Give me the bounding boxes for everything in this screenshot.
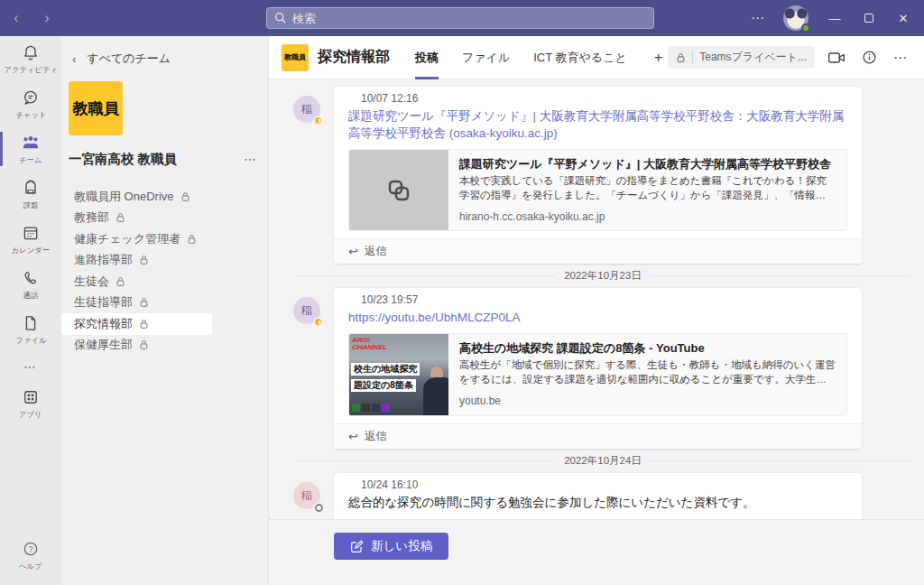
rail-item-calls[interactable]: 通話 xyxy=(0,262,61,307)
lock-icon xyxy=(139,255,149,265)
teams-sidebar: ‹ すべてのチーム 教職員 一宮南高校 教職員 ⋯ 教職員用 OneDrive … xyxy=(61,36,269,585)
message-timestamp: 10/07 12:16 xyxy=(348,92,847,106)
channel-team-badge: 教職員 xyxy=(282,44,309,71)
app-rail: アクティビティ チャット チーム xyxy=(0,36,61,585)
back-to-all-teams[interactable]: ‹ すべてのチーム xyxy=(72,51,171,67)
lock-icon xyxy=(116,212,125,223)
add-tab-icon[interactable]: + xyxy=(654,49,663,67)
lock-icon xyxy=(180,191,190,202)
channel-item[interactable]: 生徒会 xyxy=(61,271,268,292)
channel-item-selected[interactable]: 探究情報部 xyxy=(61,313,212,335)
social-icons xyxy=(352,404,390,412)
rail-selected-indicator xyxy=(0,132,3,166)
search-bar[interactable] xyxy=(266,7,654,29)
info-icon[interactable] xyxy=(858,48,881,67)
post-item: 稲 10/23 19:57 https://youtu.be/UbhMLCZP0… xyxy=(334,288,862,449)
team-options-icon[interactable]: ⋯ xyxy=(238,150,263,168)
tab-posts[interactable]: 投稿 xyxy=(415,36,439,79)
link-preview-card[interactable]: ARO! CHANNEL 校生の地域探究 題設定の8箇条 xyxy=(348,333,847,416)
divider xyxy=(692,51,693,63)
lock-icon xyxy=(139,319,149,330)
privacy-label: Teamsプライベート... xyxy=(699,50,807,65)
lock-icon xyxy=(676,52,686,63)
lock-icon xyxy=(139,297,149,308)
tab-files[interactable]: ファイル xyxy=(462,36,510,79)
date-divider: 2022年10月23日 xyxy=(296,269,910,283)
team-logo[interactable]: 教職員 xyxy=(69,81,123,135)
meet-camera-icon[interactable] xyxy=(824,49,849,67)
title-bar: ‹ › ⋯ — ✕ xyxy=(0,0,924,36)
preview-url: youtu.be xyxy=(459,395,836,407)
window-maximize-button[interactable] xyxy=(854,0,884,36)
user-avatar[interactable] xyxy=(783,5,808,31)
lock-icon xyxy=(187,234,197,245)
channel-title: 探究情報部 xyxy=(318,48,390,67)
nav-back-icon[interactable]: ‹ xyxy=(7,10,25,26)
channel-item[interactable]: 生徒指導部 xyxy=(61,292,268,314)
reply-button[interactable]: ↩ 返信 xyxy=(334,423,862,449)
search-input[interactable] xyxy=(292,12,646,25)
status-offline-icon xyxy=(315,504,323,512)
rail-item-files[interactable]: ファイル xyxy=(0,307,61,352)
channel-more-icon[interactable]: ⋯ xyxy=(890,50,911,66)
window-close-button[interactable]: ✕ xyxy=(888,0,919,36)
lock-icon xyxy=(139,339,149,350)
titlebar-more-icon[interactable]: ⋯ xyxy=(744,10,772,26)
thumbnail-logo-text: ARO! CHANNEL xyxy=(352,337,390,351)
apps-grid-icon xyxy=(22,388,40,406)
backpack-icon xyxy=(22,179,40,197)
avatar[interactable]: 稲 xyxy=(293,96,320,123)
rail-item-teams[interactable]: チーム xyxy=(0,126,61,172)
message-card: 10/07 12:16 課題研究ツール『平野メソッド』| 大阪教育大学附属高等学… xyxy=(334,87,862,264)
channel-tabs: 投稿 ファイル ICT 教育やること + xyxy=(415,36,663,79)
compose-icon xyxy=(350,540,364,553)
privacy-pill[interactable]: Teamsプライベート... xyxy=(668,46,815,69)
youtube-thumbnail: ARO! CHANNEL 校生の地域探究 題設定の8箇条 xyxy=(349,334,448,415)
message-timestamp: 10/23 19:57 xyxy=(348,293,847,307)
nav-forward-icon[interactable]: › xyxy=(38,10,56,26)
preview-title: 高校生の地域探究 課題設定の8箇条 - YouTube xyxy=(459,340,836,356)
message-card: 10/23 19:57 https://youtu.be/UbhMLCZP0LA… xyxy=(334,288,862,449)
avatar[interactable]: 稲 xyxy=(293,482,320,509)
status-away-icon xyxy=(313,116,323,125)
reply-button[interactable]: ↩ 返信 xyxy=(334,238,862,264)
preview-title: 課題研究ツール『平野メソッド』| 大阪教育大学附属高等学校平野校舎 xyxy=(459,156,836,172)
teams-app-window: ‹ › ⋯ — ✕ アクティビティ xyxy=(0,0,924,585)
bell-icon xyxy=(22,43,40,61)
channel-item[interactable]: 進路指導部 xyxy=(61,250,268,272)
window-minimize-button[interactable]: — xyxy=(819,0,850,36)
rail-item-activity[interactable]: アクティビティ xyxy=(0,36,61,81)
message-timestamp: 10/24 16:10 xyxy=(348,478,847,492)
link-preview-card[interactable]: 課題研究ツール『平野メソッド』| 大阪教育大学附属高等学校平野校舎 本校で実践し… xyxy=(348,149,847,231)
tab-ict-todo[interactable]: ICT 教育やること xyxy=(533,36,627,79)
reply-arrow-icon: ↩ xyxy=(348,430,358,443)
new-post-button[interactable]: 新しい投稿 xyxy=(334,533,448,560)
rail-item-help[interactable]: ? ヘルプ xyxy=(0,533,61,578)
preview-description: 高校生が「地域で個別に探究」する際、生徒も・教師も・地域も納得のいく運営をするに… xyxy=(459,358,836,386)
channel-item[interactable]: 保健厚生部 xyxy=(61,335,268,357)
chat-icon xyxy=(22,88,40,107)
calendar-icon xyxy=(22,224,40,242)
link-thumbnail xyxy=(349,150,448,230)
status-away-icon xyxy=(313,317,323,327)
channel-header: 教職員 探究情報部 投稿 ファイル ICT 教育やること + Teamsプライベ… xyxy=(269,36,924,79)
phone-icon xyxy=(22,269,40,287)
all-teams-label: すべてのチーム xyxy=(87,51,171,67)
avatar[interactable]: 稲 xyxy=(293,297,320,324)
team-name: 一宮南高校 教職員 xyxy=(69,151,238,168)
thumbnail-caption-line2: 題設定の8箇条 xyxy=(351,379,416,392)
channel-item[interactable]: 健康チェック管理者 xyxy=(61,228,268,250)
lock-icon xyxy=(116,276,125,287)
message-link[interactable]: 課題研究ツール『平野メソッド』| 大阪教育大学附属高等学校平野校舎：大阪教育大学… xyxy=(348,107,847,142)
rail-item-apps[interactable]: アプリ xyxy=(0,381,61,426)
rail-item-chat[interactable]: チャット xyxy=(0,81,61,126)
chevron-left-icon: ‹ xyxy=(72,52,76,66)
rail-more-icon[interactable]: ⋯ xyxy=(0,352,61,381)
thumbnail-caption-line1: 校生の地域探究 xyxy=(351,363,420,376)
message-link[interactable]: https://youtu.be/UbhMLCZP0LA xyxy=(348,309,847,326)
rail-item-calendar[interactable]: カレンダー xyxy=(0,217,61,262)
channel-item[interactable]: 教職員用 OneDrive xyxy=(61,186,268,208)
rail-item-assignments[interactable]: 課題 xyxy=(0,172,61,217)
channel-item[interactable]: 教務部 xyxy=(61,208,268,229)
preview-description: 本校で実践している「課題研究」の指導をまとめた書籍『これでかわる！探究学習の指導… xyxy=(459,173,836,202)
